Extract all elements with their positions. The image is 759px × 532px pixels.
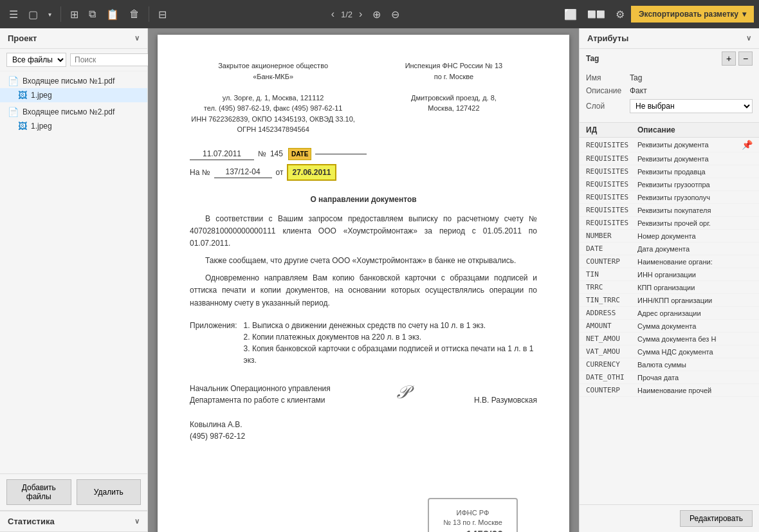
list-item[interactable]: 📄 Входящее письмо №2.pdf (0, 105, 147, 119)
trash-icon[interactable]: 🗑 (125, 6, 143, 23)
attr-header-label: Атрибуты (587, 33, 628, 43)
header-right-line4: Москва, 127422 (370, 103, 537, 114)
window-chevron-icon[interactable]: ▾ (44, 8, 55, 21)
table-row[interactable]: DATEДата документа (580, 243, 759, 255)
window-icon[interactable]: ▢ (24, 6, 42, 23)
prev-page-btn[interactable]: ‹ (327, 6, 338, 23)
table-row[interactable]: NET_AMOUСумма документа без Н (580, 333, 759, 345)
header-left-line3: ул. Зорге, д. 1, Москва, 121112 (190, 93, 356, 104)
doc-ref-line: На № 137/12-04 от 27.06.2011 (190, 164, 537, 181)
header-left-line6: ОГРН 1452347894564 (190, 124, 356, 135)
table-row[interactable]: AMOUNTСумма документа (580, 320, 759, 333)
sig-title-line1: Начальник Операционного управления (190, 383, 331, 394)
doc-sig-left: Начальник Операционного управления Депар… (190, 383, 331, 406)
header-right-line3: Дмитровский проезд, д. 8, (370, 93, 537, 104)
zoom-in-btn[interactable]: ⊕ (369, 6, 385, 23)
header-left-line1: Закрытое акционерное общество (190, 60, 356, 71)
attr-id: REQUISITES (586, 154, 637, 163)
table-row[interactable]: REQUISITESРеквизиты продавца (580, 165, 759, 178)
table-row[interactable]: REQUISITESРеквизиты грузоотпра (580, 178, 759, 191)
attr-id: REQUISITES (586, 141, 637, 149)
table-row[interactable]: TRRCКПП организации (580, 281, 759, 294)
file-group-2: 📄 Входящее письмо №2.pdf 🖼 1.jpeg (0, 105, 147, 133)
header-left-line2: «Банк-МКБ» (190, 71, 356, 82)
table-row[interactable]: TINИНН организации (580, 268, 759, 281)
doc-paragraph-2: Также сообщаем, что другие счета ООО «Хо… (190, 255, 537, 267)
layer-select[interactable]: Не выбран (630, 99, 753, 113)
table-row[interactable]: TIN_TRRCИНН/КПП организации (580, 294, 759, 307)
delete-button[interactable]: Удалить (77, 479, 142, 505)
grid-icon[interactable]: ⊞ (66, 6, 82, 23)
stats-section: Статистика ∨ (0, 511, 147, 532)
export-button[interactable]: Экспортировать разметку ▾ (631, 6, 754, 23)
date-tag-badge: DATE (288, 148, 311, 160)
attr-desc: Реквизиты покупателя (637, 206, 753, 214)
file-filter-row: Все файлы (0, 49, 147, 71)
table-row[interactable]: NUMBERНомер документа (580, 230, 759, 243)
table-row[interactable]: REQUISITESРеквизиты покупателя (580, 204, 759, 217)
doc-number-underline (315, 154, 367, 154)
file-filter-select[interactable]: Все файлы (6, 53, 66, 67)
menu-icon[interactable]: ☰ (5, 6, 22, 23)
header-right-line2: по г. Москве (370, 71, 537, 82)
attributes-header[interactable]: Атрибуты ∨ (580, 28, 759, 49)
appendix-row: Приложения: 1. Выписка о движении денежн… (190, 320, 537, 366)
table-row[interactable]: REQUISITESРеквизиты грузополуч (580, 191, 759, 204)
jpeg-icon: 🖼 (18, 121, 27, 131)
doc-signature-image: 𝒫 (396, 379, 408, 406)
table-row[interactable]: COUNTERPНаименование прочей (580, 384, 759, 397)
list-item[interactable]: 🖼 1.jpeg (0, 119, 147, 133)
table-icon[interactable]: ⊟ (154, 6, 170, 23)
project-header[interactable]: Проект ∨ (0, 28, 147, 49)
edit-button[interactable]: Редактировать (680, 510, 753, 527)
document-area[interactable]: Закрытое акционерное общество «Банк-МКБ»… (148, 28, 579, 532)
table-row[interactable]: COUNTERPНаименование органи: (580, 255, 759, 268)
doc-ref-value: 137/12-04 (214, 166, 272, 178)
table-row[interactable]: REQUISITESРеквизиты документа📌 (580, 138, 759, 152)
attr-id: NUMBER (586, 232, 637, 240)
add-files-button[interactable]: Добавить файлы (6, 479, 71, 505)
attr-id: COUNTERP (586, 257, 637, 266)
na-label: На № (190, 167, 210, 178)
doc-sig-name: Н.В. Разумовская (474, 394, 537, 406)
table-row[interactable]: ADDRESSАдрес организации (580, 307, 759, 320)
doc-signature-row: Начальник Операционного управления Депар… (190, 379, 537, 406)
attr-table-header: ИД Описание (580, 123, 759, 138)
dual-page-btn[interactable]: ⬜⬜ (583, 8, 609, 21)
attr-desc: Сумма документа без Н (637, 335, 753, 343)
next-page-btn[interactable]: › (355, 6, 366, 23)
stats-header[interactable]: Статистика ∨ (0, 511, 147, 532)
settings-btn[interactable]: ⚙ (612, 6, 628, 23)
main-area: Проект ∨ Все файлы 📄 Входящее письмо №1.… (0, 28, 759, 532)
attr-desc: Сумма НДС документа (637, 348, 753, 356)
appendix-list: 1. Выписка о движении денежных средств п… (244, 320, 537, 366)
form-name-row: Имя Tag (586, 73, 753, 82)
list-item[interactable]: 🖼 1.jpeg (0, 88, 147, 102)
attr-desc: Реквизиты прочей орг. (637, 219, 753, 227)
doc-date-line: 11.07.2011 № 145 DATE (190, 148, 537, 160)
table-row[interactable]: REQUISITESРеквизиты документа (580, 152, 759, 165)
filename: Входящее письмо №1.pdf (23, 77, 114, 86)
clipboard-icon[interactable]: 📋 (102, 6, 123, 23)
copy-icon[interactable]: ⧉ (85, 6, 100, 23)
table-row[interactable]: REQUISITESРеквизиты прочей орг. (580, 217, 759, 230)
doc-header-right: Инспекция ФНС России № 13 по г. Москве Д… (370, 60, 537, 135)
table-row[interactable]: VAT_AMOUСумма НДС документа (580, 345, 759, 358)
attr-desc: Наименование органи: (637, 258, 753, 266)
table-row[interactable]: DATE_OTHIПрочая дата (580, 371, 759, 384)
attr-desc: ИНН/КПП организации (637, 297, 753, 304)
list-item[interactable]: 📄 Входящее письмо №1.pdf (0, 74, 147, 88)
add-tag-button[interactable]: + (722, 51, 736, 66)
attr-footer: Редактировать (580, 504, 759, 532)
form-layer-row: Слой Не выбран (586, 99, 753, 113)
doc-stamp: ИФНС РФ № 13 по г. Москве Рег. № 1458/00… (428, 498, 518, 532)
zoom-out-btn[interactable]: ⊖ (387, 6, 403, 23)
file-actions: Добавить файлы Удалить (0, 473, 147, 511)
fit-page-btn[interactable]: ⬜ (560, 6, 581, 23)
attr-desc: Реквизиты грузополуч (637, 194, 753, 201)
document-page: Закрытое акционерное общество «Банк-МКБ»… (158, 35, 569, 532)
table-row[interactable]: CURRENCYВалюта суммы (580, 358, 759, 371)
pdf-icon: 📄 (8, 107, 19, 117)
form-desc-label: Описание (586, 86, 625, 95)
remove-tag-button[interactable]: − (738, 51, 753, 66)
